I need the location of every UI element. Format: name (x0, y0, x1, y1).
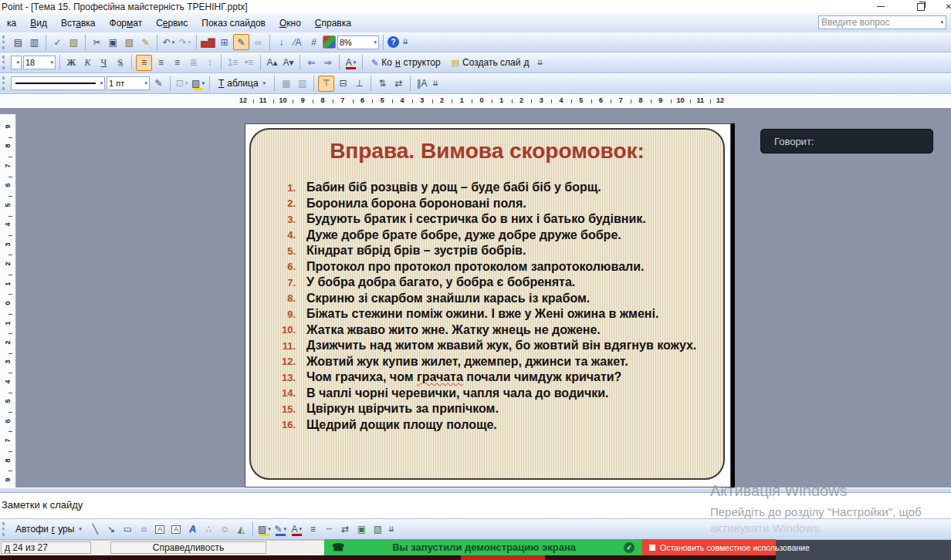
shadow-style-icon[interactable]: ▣ (354, 522, 369, 537)
distribute-columns-icon[interactable]: ⇄ (391, 76, 406, 91)
horizontal-ruler[interactable]: 1211109876543210123456789101112 (0, 94, 951, 109)
toolbar-options-icon[interactable]: ⇊ (535, 56, 544, 70)
align-bottom-icon[interactable]: ⊥ (352, 76, 367, 91)
stop-sharing-button[interactable]: Остановить совместное использование (642, 539, 776, 555)
insert-chart-icon[interactable]: ▅▇ (201, 35, 215, 49)
copy-icon[interactable]: ▣ (106, 35, 120, 49)
text-shadow-icon[interactable]: S (113, 56, 127, 70)
print-preview-icon[interactable]: ▥ (27, 35, 42, 49)
font-color-icon[interactable]: A▾ (289, 522, 304, 537)
autoshapes-button[interactable]: Автофигуры▾ (11, 522, 86, 536)
clip-art-icon[interactable]: ☺ (218, 522, 232, 537)
toolbar-options-icon[interactable]: ⇊ (387, 522, 396, 537)
fill-color-icon[interactable]: ▨▾ (191, 76, 205, 91)
underline-icon[interactable]: Ч (96, 56, 111, 70)
increase-font-size-icon[interactable]: A▴ (265, 56, 279, 70)
question-box[interactable]: Введите вопрос ▾ (818, 15, 946, 29)
align-top-icon[interactable]: ⊤ (318, 76, 334, 92)
chevron-down-icon[interactable]: ▾ (940, 19, 943, 25)
dash-style-icon[interactable]: ┄ (322, 522, 337, 537)
decrease-indent-icon[interactable]: ⇐ (304, 56, 319, 70)
menu-window[interactable]: Окно (272, 16, 308, 30)
close-button[interactable]: ✕ (943, 0, 951, 13)
table-menu-button[interactable]: Таблица▾ (214, 76, 270, 90)
toolbar-grip[interactable] (2, 522, 7, 536)
ruler-number: 3 (4, 239, 12, 250)
undo-icon[interactable]: ↶▾ (161, 35, 176, 49)
arrow-style-icon[interactable]: ⇄ (338, 522, 353, 537)
toolbar-grip[interactable] (2, 56, 7, 69)
toolbar-options-icon[interactable]: ⇊ (401, 35, 410, 49)
paste-icon[interactable]: ▨ (122, 35, 137, 49)
tongue-twister-item: 11.Дзижчить над житом жвавий жук, бо жов… (251, 338, 723, 354)
grid-icon[interactable]: # (306, 35, 321, 49)
align-center-icon[interactable]: ≡ (154, 56, 168, 70)
slide-canvas[interactable]: Вправа. Вимова скоромовок: 1.Бабин біб р… (245, 123, 731, 487)
center-vertically-icon[interactable]: ⊟ (336, 76, 350, 91)
border-style-combo[interactable]: ▾ (11, 76, 105, 90)
align-right-icon[interactable]: ≡ (170, 56, 184, 70)
ruler-number: 6 (4, 180, 12, 191)
menu-format[interactable]: Формат (103, 16, 150, 30)
menu-tools[interactable]: Сервис (149, 16, 195, 30)
menu-view[interactable]: Вид (23, 16, 54, 30)
draw-borders-icon[interactable]: ✎ (151, 76, 166, 91)
insert-table-icon[interactable]: ⊞ (217, 35, 232, 49)
font-color-icon[interactable]: A▾ (344, 56, 358, 70)
decrease-font-size-icon[interactable]: A▾ (281, 56, 296, 70)
italic-icon[interactable]: К (80, 56, 95, 70)
oval-icon[interactable]: ○ (137, 522, 151, 537)
tongue-twister-item: 14.В чаплі чорні черевички, чапля чала д… (251, 386, 723, 402)
line-color-icon[interactable]: ✎▾ (273, 522, 288, 537)
line-style-icon[interactable]: ≡ (306, 522, 320, 537)
fit-text-icon[interactable]: ∥A (415, 76, 429, 91)
vertical-ruler[interactable]: 9876543210123456789 (0, 114, 16, 487)
slide-title[interactable]: Вправа. Вимова скоромовок: (251, 139, 723, 164)
vertical-text-box-icon[interactable]: A (169, 522, 184, 537)
menu-insert[interactable]: Вставка (54, 16, 103, 30)
color-mode-icon[interactable] (323, 35, 336, 49)
help-icon[interactable]: ? (388, 36, 399, 48)
rectangle-icon[interactable]: ▭ (120, 522, 135, 537)
arrow-icon[interactable]: ↘ (104, 522, 119, 537)
notes-splitter[interactable] (0, 487, 951, 493)
line-icon[interactable]: ╲ (88, 522, 103, 537)
new-slide-button[interactable]: ▤Создать слайд (447, 56, 534, 69)
notes-pane[interactable]: Заметки к слайду (0, 493, 951, 518)
slide-body-list[interactable]: 1.Бабин біб розцвів у дощ – буде бабі бі… (251, 180, 723, 433)
fill-color-icon[interactable]: ▨▾ (257, 522, 272, 537)
spelling-icon[interactable]: ✓ (50, 35, 65, 49)
research-icon[interactable]: ▧ (66, 35, 81, 49)
zoom-level-combo[interactable]: 8%▾ (337, 35, 379, 49)
insert-picture-icon[interactable]: ◭ (234, 522, 249, 537)
increase-indent-icon[interactable]: ⇒ (320, 56, 335, 70)
border-width-combo[interactable]: 1 пт▾ (107, 76, 150, 90)
minimize-button[interactable] (868, 0, 894, 13)
menu-slideshow[interactable]: Показ слайдов (195, 16, 272, 30)
ruler-number: 5 (4, 396, 12, 407)
diagram-icon[interactable]: ∴ (201, 522, 216, 537)
align-left-icon[interactable]: ≡ (136, 55, 152, 71)
menu-help[interactable]: Справка (308, 16, 358, 30)
format-painter-icon[interactable]: ✎ (138, 35, 153, 49)
font-size-combo[interactable]: 18▾ (23, 56, 56, 69)
draw-table-icon[interactable]: ✎ (233, 34, 249, 50)
separator (196, 35, 197, 50)
toolbar-grip[interactable] (2, 35, 7, 49)
print-icon[interactable]: ▤ (11, 35, 25, 49)
font-name-combo[interactable]: ▾ (11, 56, 22, 69)
menu-edit-partial[interactable]: ка (0, 16, 23, 30)
wordart-icon[interactable]: A (185, 522, 200, 537)
cut-icon[interactable]: ✂ (90, 35, 104, 49)
item-text: Дуже добре брате бобре, дуже добре друже… (306, 228, 621, 242)
distribute-rows-icon[interactable]: ⇅ (375, 76, 390, 91)
show-formatting-icon[interactable]: ⁄A (290, 35, 305, 49)
toolbar-options-icon[interactable]: ⇊ (431, 76, 440, 91)
sort-icon[interactable]: ↓ (274, 35, 289, 49)
text-box-icon[interactable]: A (153, 522, 168, 537)
toolbar-grip[interactable] (2, 76, 7, 90)
design-button[interactable]: ✎Конструктор (367, 56, 445, 69)
3d-style-icon[interactable]: ▧ (371, 522, 385, 537)
bold-icon[interactable]: Ж (64, 56, 79, 70)
restore-button[interactable] (908, 0, 934, 13)
